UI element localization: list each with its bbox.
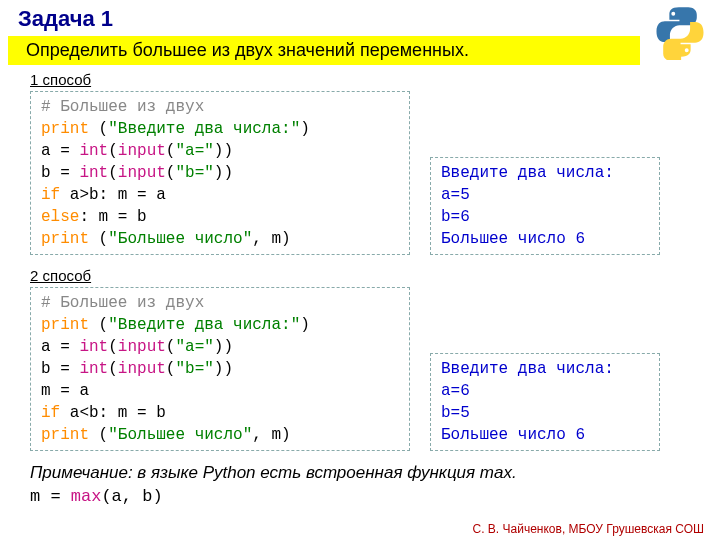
- output-block-2: Введите два числа: a=6 b=5 Большее число…: [430, 353, 660, 451]
- task-title: Задача 1: [0, 0, 720, 36]
- python-logo-icon: [652, 4, 708, 60]
- output-block-1: Введите два числа: a=5 b=6 Большее число…: [430, 157, 660, 255]
- code-block-1: # Большее из двух print ("Введите два чи…: [30, 91, 410, 255]
- method-2-label: 2 способ: [30, 267, 720, 284]
- code-block-2: # Большее из двух print ("Введите два чи…: [30, 287, 410, 451]
- method-1-label: 1 способ: [30, 71, 720, 88]
- max-example: m = max(a, b): [0, 487, 720, 506]
- footer-credit: С. В. Чайченков, МБОУ Грушевская СОШ: [473, 522, 704, 536]
- task-banner: Определить большее из двух значений пере…: [8, 36, 640, 65]
- note-text: Примечание: в языке Python есть встроенн…: [0, 457, 720, 487]
